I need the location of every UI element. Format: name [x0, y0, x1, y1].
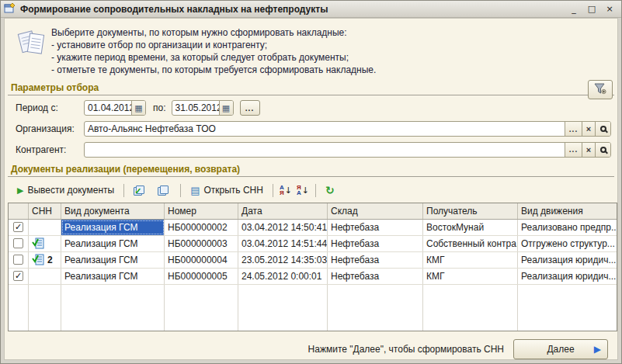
minimize-button[interactable]: _: [567, 3, 581, 16]
cell-doc-type[interactable]: Реализация ГСМ: [61, 236, 165, 251]
table-header-row: СНН Вид документа Номер Дата Склад Получ…: [9, 203, 617, 220]
period-more-button[interactable]: ...: [240, 100, 260, 116]
table-row[interactable]: 2 Реализация ГСМ НБ000000004 23.05.2012 …: [9, 252, 617, 269]
cell-warehouse[interactable]: Нефтебаза: [328, 220, 423, 235]
intro-line-4: - отметьте те документы, по которым треб…: [51, 64, 376, 76]
documents-toolbar: ▶ Вывести документы ✓ ▤ Открыть СНН: [14, 181, 611, 199]
close-button[interactable]: ×: [603, 3, 617, 16]
next-button-label: Далее: [547, 344, 574, 355]
table-rows: Реализация ГСМ НБ000000002 03.04.2012 14…: [9, 220, 617, 285]
organization-clear-button[interactable]: ×: [582, 122, 595, 136]
cell-date[interactable]: 03.04.2012 14:51:44: [238, 236, 328, 251]
calendar-icon[interactable]: ▦: [219, 101, 233, 115]
header-doc-type[interactable]: Вид документа: [61, 203, 165, 219]
cell-receiver[interactable]: ВостокМунай: [423, 220, 518, 235]
sort-asc-arrow-icon: ↓: [285, 185, 292, 196]
section-filter-params: Параметры отбора: [8, 81, 614, 95]
counterparty-field[interactable]: ... ×: [84, 142, 611, 158]
filter-settings-button[interactable]: [588, 80, 613, 99]
header-checkbox[interactable]: [9, 203, 29, 219]
check-all-button[interactable]: ✓: [130, 183, 150, 198]
intro-block: Выберите документы, по которым нужно сфо…: [5, 19, 617, 76]
organization-label: Организация:: [16, 123, 84, 134]
maximize-button[interactable]: □: [585, 3, 599, 16]
sort-ascending-button[interactable]: АЯ ↓: [280, 185, 292, 196]
refresh-button[interactable]: ↻: [322, 182, 338, 198]
header-number[interactable]: Номер: [165, 203, 238, 219]
counterparty-row: Контрагент: ... ×: [16, 142, 611, 158]
intro-line-2: - установите отбор по организации и конт…: [51, 39, 376, 51]
intro-line-1: Выберите документы, по которым нужно сфо…: [51, 26, 376, 39]
header-movement[interactable]: Вид движения: [518, 203, 617, 219]
cell-movement[interactable]: Реализация юридич...: [518, 252, 617, 268]
section-documents: Документы реализации (перемещения, возвр…: [8, 162, 614, 177]
uncheck-all-button[interactable]: [155, 183, 174, 198]
sort-desc-arrow-icon: ↓: [302, 185, 309, 196]
period-to-field[interactable]: 31.05.2012 ▦: [172, 100, 234, 116]
documents-stack-icon: [16, 25, 51, 76]
period-row: Период с: 01.04.2012 ▦ по: 31.05.2012 ▦ …: [16, 100, 611, 116]
output-documents-button[interactable]: ▶ Вывести документы: [14, 183, 117, 197]
cell-receiver[interactable]: КМГ: [423, 269, 518, 284]
open-snn-button[interactable]: ▤ Открыть СНН: [187, 183, 266, 197]
refresh-icon: ↻: [325, 184, 335, 196]
cell-movement[interactable]: Реализация юридич...: [518, 269, 617, 284]
cell-date[interactable]: 24.05.2012 0:00:01: [238, 269, 328, 284]
cell-warehouse[interactable]: Нефтебаза: [328, 236, 423, 251]
row-checkbox[interactable]: [13, 255, 23, 265]
header-snn[interactable]: СНН: [29, 203, 61, 219]
cell-number[interactable]: НБ000000002: [165, 220, 238, 235]
cell-date[interactable]: 23.05.2012 14:35:03: [238, 252, 328, 268]
organization-value[interactable]: Авто-Альянс Нефтебаза ТОО: [85, 123, 565, 134]
counterparty-open-button[interactable]: [595, 143, 610, 157]
open-snn-label: Открыть СНН: [203, 185, 262, 196]
period-from-field[interactable]: 01.04.2012 ▦: [84, 100, 146, 116]
cell-doc-type[interactable]: Реализация ГСМ: [61, 252, 165, 268]
next-arrow-icon: ▶: [594, 344, 601, 355]
row-checkbox[interactable]: [13, 238, 23, 248]
organization-select-button[interactable]: ...: [565, 122, 582, 136]
cell-warehouse[interactable]: Нефтебаза: [328, 252, 423, 268]
check-all-icon: ✓: [134, 185, 147, 196]
snn-cell[interactable]: [29, 269, 61, 284]
period-from-value[interactable]: 01.04.2012: [85, 102, 131, 113]
cell-receiver[interactable]: КМГ: [423, 252, 518, 268]
table-row[interactable]: Реализация ГСМ НБ000000003 03.04.2012 14…: [9, 236, 617, 252]
cell-number[interactable]: НБ000000004: [165, 252, 238, 268]
cell-receiver[interactable]: Собственный контра...: [423, 236, 518, 251]
counterparty-select-button[interactable]: ...: [565, 143, 582, 157]
cell-date[interactable]: 03.04.2012 14:50:41: [238, 220, 328, 235]
cell-movement[interactable]: Отгружено структур...: [518, 236, 617, 251]
uncheck-all-icon: [158, 185, 171, 196]
cell-number[interactable]: НБ000000003: [165, 236, 238, 251]
section-filter-params-title: Параметры отбора: [11, 82, 99, 93]
row-checkbox[interactable]: [13, 222, 23, 232]
intro-text: Выберите документы, по которым нужно сфо…: [51, 25, 376, 76]
cell-number[interactable]: НБ000000005: [165, 269, 238, 284]
cell-warehouse[interactable]: Нефтебаза: [328, 269, 423, 284]
organization-open-button[interactable]: [595, 122, 610, 136]
cell-movement[interactable]: Реализовано предпр...: [518, 220, 617, 235]
snn-cell[interactable]: 2: [29, 252, 61, 268]
header-date[interactable]: Дата: [238, 203, 328, 219]
snn-cell[interactable]: [29, 236, 61, 251]
table-row[interactable]: Реализация ГСМ НБ000000002 03.04.2012 14…: [9, 220, 617, 236]
snn-cell[interactable]: [29, 220, 61, 235]
period-to-value[interactable]: 31.05.2012: [172, 102, 219, 113]
header-receiver[interactable]: Получатель: [423, 203, 518, 219]
counterparty-clear-button[interactable]: ×: [582, 143, 595, 157]
cell-doc-type[interactable]: Реализация ГСМ: [61, 220, 165, 235]
section-documents-title: Документы реализации (перемещения, возвр…: [11, 164, 240, 175]
search-icon: [600, 126, 606, 132]
header-warehouse[interactable]: Склад: [328, 203, 423, 219]
organization-field[interactable]: Авто-Альянс Нефтебаза ТОО ... ×: [84, 121, 611, 137]
intro-line-3: - укажите период времени, за который сле…: [51, 51, 376, 64]
table-row[interactable]: Реализация ГСМ НБ000000005 24.05.2012 0:…: [9, 269, 617, 285]
next-button[interactable]: Далее ▶: [513, 339, 608, 359]
calendar-icon[interactable]: ▦: [131, 101, 145, 115]
row-checkbox[interactable]: [13, 271, 23, 281]
sort-descending-button[interactable]: ЯА ↓: [297, 185, 309, 196]
period-label: Период с:: [16, 102, 84, 113]
cell-doc-type[interactable]: Реализация ГСМ: [61, 269, 165, 284]
play-icon: ▶: [17, 185, 23, 196]
